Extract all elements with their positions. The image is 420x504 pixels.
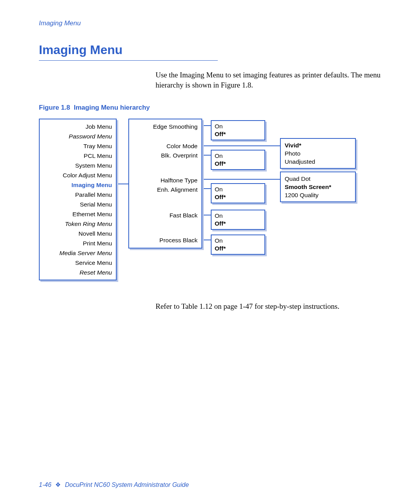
outro-paragraph: Refer to Table 1.12 on page 1-47 for ste…: [156, 301, 385, 312]
option-default: Off*: [215, 245, 226, 252]
submenu-item: Fast Black: [170, 210, 198, 235]
menu-item: Token Ring Menu: [44, 219, 112, 229]
menu-item: Ethernet Menu: [44, 209, 112, 219]
figure-title: Imaging Menu hierarchy: [74, 104, 150, 111]
option: Quad Dot: [285, 175, 351, 183]
running-header: Imaging Menu: [39, 19, 385, 27]
submenu-item: Enh. Alignment: [157, 185, 198, 210]
option: Unadjusted: [285, 158, 351, 166]
menu-item: Media Server Menu: [44, 248, 112, 258]
options-color-mode: Vivid* Photo Unadjusted: [280, 138, 356, 169]
options-halftone-type: Quad Dot Smooth Screen* 1200 Quality: [280, 172, 356, 202]
option: On: [215, 237, 261, 245]
figure-number: Figure 1.8: [39, 104, 70, 111]
submenu-item: Edge Smoothing: [153, 122, 198, 130]
figure-caption: Figure 1.8 Imaging Menu hierarchy: [39, 104, 385, 112]
menu-item: Print Menu: [44, 238, 112, 248]
option-default: Off*: [215, 194, 226, 200]
menu-item: Parallel Menu: [44, 190, 112, 200]
options-process-black: On Off*: [211, 234, 265, 255]
option: On: [215, 186, 261, 193]
title-rule: [39, 60, 218, 61]
options-blk-overprint: On Off*: [211, 150, 265, 170]
option-default: Off*: [215, 131, 226, 137]
diamond-icon: ❖: [55, 481, 61, 488]
options-enh-alignment: On Off*: [211, 183, 265, 203]
menu-item: PCL Menu: [44, 151, 112, 161]
menu-item: Color Adjust Menu: [44, 170, 112, 180]
menu-item: System Menu: [44, 161, 112, 170]
option-default: Vivid*: [285, 142, 301, 149]
menu-item: Password Menu: [44, 131, 112, 141]
footer-title: DocuPrint NC60 System Administrator Guid…: [65, 481, 189, 488]
menu-item-active: Imaging Menu: [44, 180, 112, 190]
menu-item: Service Menu: [44, 258, 112, 268]
main-menu-box: Job Menu Password Menu Tray Menu PCL Men…: [39, 119, 117, 280]
menu-item: Job Menu: [44, 122, 112, 131]
submenu-item: Color Mode: [166, 141, 198, 150]
page-footer: 1-46 ❖ DocuPrint NC60 System Administrat…: [39, 481, 189, 488]
submenu-box: Edge Smoothing Color Mode Blk. Overprint…: [128, 119, 202, 248]
menu-item: Novell Menu: [44, 229, 112, 238]
option-default: Smooth Screen*: [285, 184, 331, 190]
intro-paragraph: Use the Imaging Menu to set imaging feat…: [156, 70, 385, 90]
page-number: 1-46: [39, 481, 51, 488]
submenu-item: Blk. Overprint: [161, 150, 198, 159]
page-title: Imaging Menu: [39, 43, 385, 57]
options-fast-black: On Off*: [211, 210, 265, 230]
option: On: [215, 122, 261, 130]
menu-item: Tray Menu: [44, 141, 112, 151]
submenu-item: Halftone Type: [161, 175, 198, 185]
option: On: [215, 212, 261, 220]
option-default: Off*: [215, 160, 226, 167]
menu-item: Serial Menu: [44, 200, 112, 209]
submenu-item: Process Black: [159, 235, 198, 244]
option: On: [215, 152, 261, 160]
option-default: Off*: [215, 220, 226, 227]
option: 1200 Quality: [285, 191, 351, 199]
menu-item: Reset Menu: [44, 268, 112, 277]
options-edge-smoothing: On Off*: [211, 120, 265, 140]
option: Photo: [285, 149, 351, 158]
hierarchy-diagram: Job Menu Password Menu Tray Menu PCL Men…: [39, 119, 385, 290]
